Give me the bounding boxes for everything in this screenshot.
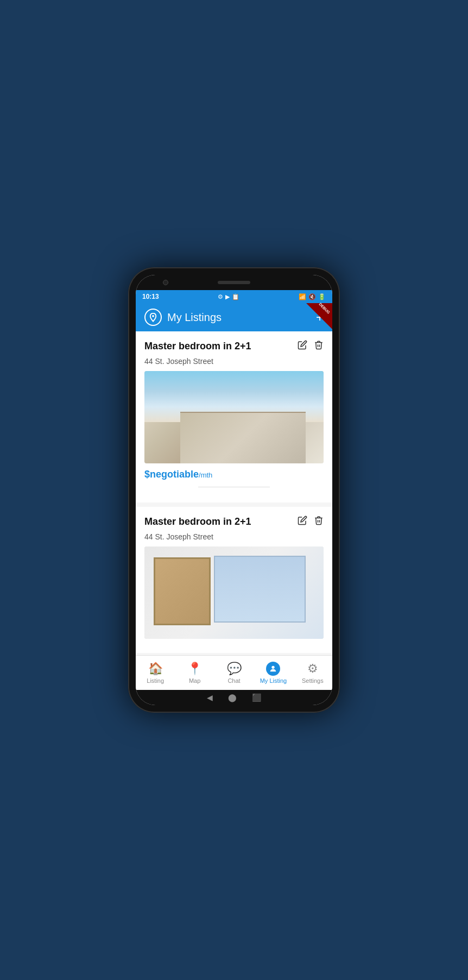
camera-dot	[163, 280, 168, 285]
status-icons: ⚙ ▶ 📋	[218, 293, 239, 300]
nav-settings-label: Settings	[302, 677, 324, 684]
sound-icon: 🔇	[308, 293, 316, 300]
settings-status-icon: ⚙	[218, 293, 223, 300]
debug-badge-triangle	[306, 303, 332, 329]
svg-point-0	[152, 315, 154, 317]
listing-1-edit-button[interactable]	[298, 340, 307, 353]
app-logo-icon	[144, 309, 162, 326]
phone-bottom-bar: ◀ ⬤ ⬛	[136, 690, 332, 705]
battery-icon: 🔋	[318, 293, 326, 300]
bedroom-image	[144, 546, 324, 639]
recents-button[interactable]: ⬛	[252, 693, 261, 702]
nav-chat[interactable]: 💬 Chat	[214, 656, 254, 690]
my-listing-avatar	[266, 662, 280, 676]
svg-point-1	[272, 666, 275, 669]
nav-my-listing-label: My Listing	[260, 677, 287, 684]
header-left: My Listings	[144, 309, 222, 326]
listing-1-actions	[298, 340, 324, 353]
clipboard-status-icon: 📋	[232, 293, 239, 300]
status-bar: 10:13 ⚙ ▶ 📋 📶 🔇 🔋	[136, 290, 332, 303]
listing-1-delete-button[interactable]	[314, 340, 324, 353]
phone-screen: 10:13 ⚙ ▶ 📋 📶 🔇 🔋 My Li	[136, 275, 332, 705]
listing-1-price-unit: /mth	[199, 471, 212, 479]
speaker	[218, 281, 250, 284]
nav-my-listing[interactable]: My Listing	[254, 656, 293, 690]
kitchen-image	[144, 371, 324, 463]
home-icon: 🏠	[148, 662, 163, 676]
chat-icon: 💬	[227, 662, 242, 676]
listing-1-image	[144, 371, 324, 463]
nav-settings[interactable]: ⚙ Settings	[293, 656, 332, 690]
play-status-icon: ▶	[225, 293, 230, 300]
listing-1-divider	[198, 487, 270, 487]
listing-2-delete-button[interactable]	[314, 516, 324, 528]
content-area: Master bedroom in 2+1	[136, 331, 332, 655]
phone-top-bar	[136, 275, 332, 290]
listing-1-title: Master bedroom in 2+1	[144, 341, 251, 352]
status-time: 10:13	[142, 293, 159, 300]
bottom-nav: 🏠 Listing 📍 Map 💬 Chat	[136, 655, 332, 690]
status-right-icons: 📶 🔇 🔋	[299, 293, 326, 300]
nav-map[interactable]: 📍 Map	[175, 656, 214, 690]
listing-2-actions	[298, 516, 324, 528]
back-button[interactable]: ◀	[207, 693, 213, 702]
nav-chat-label: Chat	[227, 677, 240, 684]
app-header: My Listings + DEBUG	[136, 303, 332, 331]
nav-map-label: Map	[189, 677, 200, 684]
listing-2-header: Master bedroom in 2+1	[144, 516, 324, 528]
settings-nav-icon: ⚙	[307, 662, 318, 676]
listing-2-image	[144, 546, 324, 639]
listing-2-edit-button[interactable]	[298, 516, 307, 528]
listing-card-2: Master bedroom in 2+1	[136, 507, 332, 653]
listing-2-address: 44 St. Joseph Street	[144, 532, 324, 541]
nav-listing-label: Listing	[147, 677, 164, 684]
listing-1-price: $negotiable/mth	[144, 469, 324, 480]
map-icon: 📍	[187, 662, 202, 676]
listing-1-price-text: $negotiable	[144, 469, 199, 480]
phone-frame: 10:13 ⚙ ▶ 📋 📶 🔇 🔋 My Li	[128, 267, 340, 713]
listing-2-title: Master bedroom in 2+1	[144, 516, 251, 527]
listing-1-header: Master bedroom in 2+1	[144, 340, 324, 353]
wifi-icon: 📶	[299, 293, 306, 300]
header-title: My Listings	[167, 311, 222, 324]
listing-1-address: 44 St. Joseph Street	[144, 357, 324, 366]
nav-listing[interactable]: 🏠 Listing	[136, 656, 175, 690]
listing-card-1: Master bedroom in 2+1	[136, 331, 332, 502]
home-button[interactable]: ⬤	[228, 693, 237, 702]
